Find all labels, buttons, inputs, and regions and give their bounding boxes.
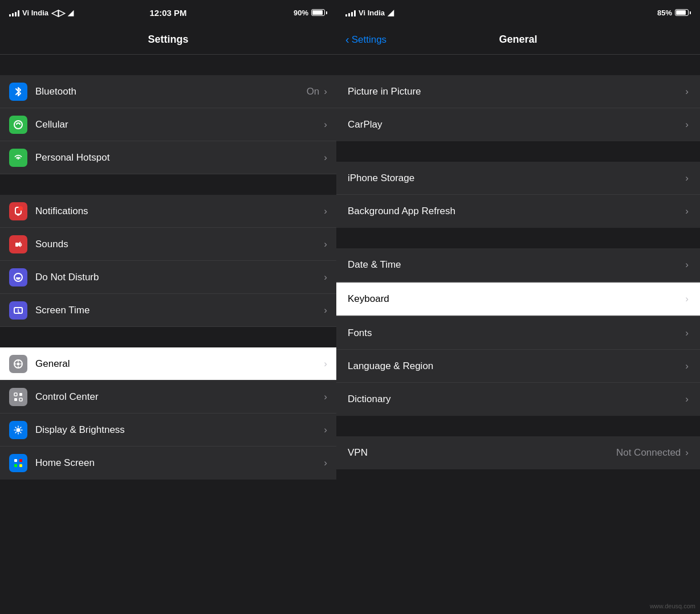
donotdisturb-label: Do Not Disturb bbox=[35, 272, 324, 283]
left-status-time: 12:03 PM bbox=[149, 8, 186, 18]
settings-item-background-app-refresh[interactable]: Background App Refresh › bbox=[336, 195, 700, 228]
hotspot-chevron: › bbox=[324, 152, 327, 163]
fonts-chevron: › bbox=[685, 328, 689, 339]
fonts-label: Fonts bbox=[348, 328, 685, 339]
settings-item-cellular[interactable]: Cellular › bbox=[0, 108, 336, 141]
displaybrightness-chevron: › bbox=[324, 424, 327, 436]
cellular-icon bbox=[9, 116, 27, 134]
carplay-label: CarPlay bbox=[348, 119, 685, 130]
settings-item-carplay[interactable]: CarPlay › bbox=[336, 108, 700, 141]
svg-point-2 bbox=[18, 206, 23, 211]
settings-item-date-time[interactable]: Date & Time › bbox=[336, 248, 700, 281]
sounds-chevron: › bbox=[324, 239, 327, 250]
bluetooth-icon bbox=[9, 83, 27, 101]
right-status-right: 85% bbox=[657, 9, 691, 17]
picture-in-picture-label: Picture in Picture bbox=[348, 86, 685, 97]
svg-rect-7 bbox=[14, 393, 17, 396]
general-icon bbox=[9, 355, 27, 373]
section-gap-1 bbox=[0, 55, 336, 75]
iphone-storage-chevron: › bbox=[685, 173, 689, 184]
settings-item-notifications[interactable]: Notifications › bbox=[0, 195, 336, 228]
settings-item-sounds[interactable]: Sounds › bbox=[0, 228, 336, 261]
controlcenter-icon bbox=[9, 388, 27, 406]
keyboard-label: Keyboard bbox=[348, 293, 685, 305]
svg-point-6 bbox=[17, 362, 20, 365]
svg-rect-15 bbox=[19, 464, 22, 467]
picture-in-picture-chevron: › bbox=[685, 86, 689, 97]
settings-item-fonts[interactable]: Fonts › bbox=[336, 317, 700, 350]
settings-item-hotspot[interactable]: Personal Hotspot › bbox=[0, 141, 336, 174]
bluetooth-label: Bluetooth bbox=[35, 86, 307, 97]
battery-percentage: 90% bbox=[294, 9, 308, 17]
hotspot-icon bbox=[9, 149, 27, 167]
right-section-gap-2 bbox=[336, 141, 700, 162]
right-battery-icon bbox=[675, 9, 691, 16]
settings-item-general[interactable]: General › bbox=[0, 347, 336, 380]
controlcenter-chevron: › bbox=[324, 391, 327, 403]
settings-item-language-region[interactable]: Language & Region › bbox=[336, 350, 700, 383]
settings-item-controlcenter[interactable]: Control Center › bbox=[0, 380, 336, 414]
settings-item-displaybrightness[interactable]: Display & Brightness › bbox=[0, 414, 336, 447]
general-chevron: › bbox=[324, 358, 327, 370]
controlcenter-label: Control Center bbox=[35, 391, 324, 403]
vpn-value: Not Connected bbox=[616, 447, 681, 459]
settings-item-dictionary[interactable]: Dictionary › bbox=[336, 383, 700, 416]
date-time-label: Date & Time bbox=[348, 259, 685, 271]
right-panel: Vi India ◢ 12:04 PM 85% ‹ Settings Gener… bbox=[336, 0, 700, 614]
background-app-refresh-label: Background App Refresh bbox=[348, 206, 685, 217]
left-panel: Vi India ◁▷ ◢ 12:03 PM 90% Settings Blue… bbox=[0, 0, 336, 614]
right-signal-icon bbox=[345, 9, 356, 17]
right-nav-header: ‹ Settings General bbox=[336, 25, 700, 55]
bluetooth-value: On bbox=[307, 86, 320, 97]
language-region-chevron: › bbox=[685, 361, 689, 372]
dictionary-chevron: › bbox=[685, 394, 689, 405]
right-section-gap-1 bbox=[336, 55, 700, 75]
right-status-left: Vi India ◢ bbox=[345, 8, 394, 17]
right-section-gap-5 bbox=[336, 416, 700, 436]
settings-item-screentime[interactable]: Screen Time › bbox=[0, 294, 336, 327]
screentime-chevron: › bbox=[324, 305, 327, 316]
svg-point-0 bbox=[14, 121, 22, 129]
settings-item-picture-in-picture[interactable]: Picture in Picture › bbox=[336, 75, 700, 108]
iphone-storage-label: iPhone Storage bbox=[348, 173, 685, 184]
cellular-label: Cellular bbox=[35, 119, 324, 130]
svg-rect-14 bbox=[14, 464, 17, 467]
homescreen-label: Home Screen bbox=[35, 457, 324, 469]
settings-item-keyboard[interactable]: Keyboard › bbox=[336, 283, 700, 316]
carplay-chevron: › bbox=[685, 119, 689, 130]
right-wifi-icon: ◢ bbox=[388, 8, 394, 17]
dictionary-label: Dictionary bbox=[348, 394, 685, 405]
homescreen-chevron: › bbox=[324, 457, 327, 469]
svg-rect-13 bbox=[19, 459, 22, 462]
back-button[interactable]: ‹ Settings bbox=[345, 33, 386, 46]
settings-item-donotdisturb[interactable]: Do Not Disturb › bbox=[0, 261, 336, 294]
right-battery-percentage: 85% bbox=[657, 9, 672, 17]
vpn-label: VPN bbox=[348, 447, 616, 459]
sounds-icon bbox=[9, 235, 27, 253]
settings-item-homescreen[interactable]: Home Screen › bbox=[0, 447, 336, 480]
svg-rect-12 bbox=[14, 459, 17, 462]
sounds-label: Sounds bbox=[35, 239, 324, 250]
svg-rect-8 bbox=[19, 393, 22, 396]
back-label: Settings bbox=[352, 34, 386, 46]
settings-item-vpn[interactable]: VPN Not Connected › bbox=[336, 436, 700, 469]
right-nav-title: General bbox=[499, 34, 537, 46]
left-settings-list: Bluetooth On › Cellular › Personal Hotsp… bbox=[0, 55, 336, 614]
right-status-bar: Vi India ◢ 12:04 PM 85% bbox=[336, 0, 700, 25]
section-gap-3 bbox=[0, 327, 336, 347]
cellular-chevron: › bbox=[324, 119, 327, 130]
right-settings-list: Picture in Picture › CarPlay › iPhone St… bbox=[336, 55, 700, 614]
homescreen-icon bbox=[9, 454, 27, 472]
back-arrow-icon: ‹ bbox=[345, 33, 349, 46]
settings-item-iphone-storage[interactable]: iPhone Storage › bbox=[336, 162, 700, 195]
settings-item-bluetooth[interactable]: Bluetooth On › bbox=[0, 75, 336, 108]
svg-rect-3 bbox=[15, 243, 18, 247]
displaybrightness-icon bbox=[9, 421, 27, 439]
left-nav-title: Settings bbox=[148, 34, 188, 46]
carrier-label: Vi India bbox=[22, 9, 48, 17]
vpn-chevron: › bbox=[685, 447, 689, 459]
wifi-symbol: ◢ bbox=[68, 9, 74, 17]
bluetooth-chevron: › bbox=[324, 86, 327, 97]
background-app-refresh-chevron: › bbox=[685, 206, 689, 217]
battery-icon bbox=[311, 9, 327, 16]
